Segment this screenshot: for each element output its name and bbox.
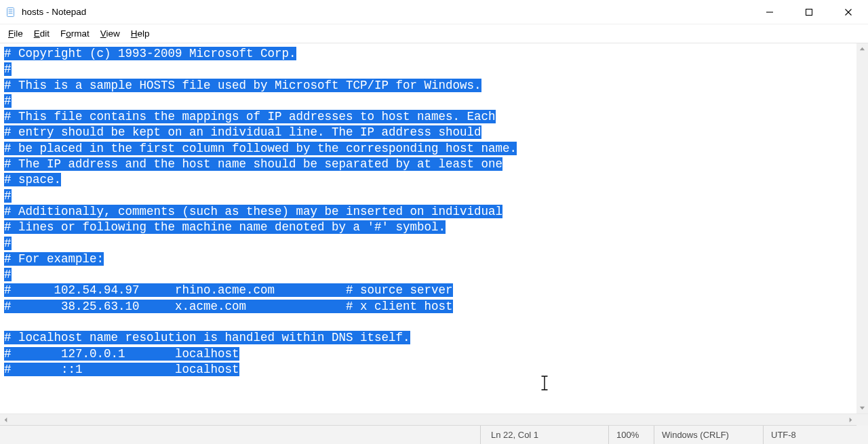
statusbar: Ln 22, Col 1 100% Windows (CRLF) UTF-8 — [0, 425, 868, 444]
window-title: hosts - Notepad — [22, 7, 86, 17]
horizontal-scrollbar[interactable] — [0, 413, 868, 425]
titlebar: hosts - Notepad — [0, 0, 868, 24]
text-line: # This is a sample HOSTS file used by Mi… — [4, 79, 481, 92]
text-line: # localhost name resolution is handled w… — [4, 331, 410, 344]
status-zoom: 100% — [609, 426, 654, 444]
text-line: # be placed in the first column followed… — [4, 142, 517, 155]
status-caret: Ln 22, Col 1 — [481, 426, 608, 444]
notepad-app-icon — [5, 7, 16, 18]
text-editor[interactable]: # Copyright (c) 1993-2009 Microsoft Corp… — [0, 43, 856, 413]
text-line: # entry should be kept on an individual … — [4, 125, 481, 139]
text-line: # space. — [4, 173, 61, 186]
text-line: # — [4, 189, 12, 203]
scroll-down-button[interactable] — [856, 402, 868, 413]
text-line: # Copyright (c) 1993-2009 Microsoft Corp… — [4, 47, 296, 60]
scrollbar-corner — [856, 414, 868, 426]
maximize-button[interactable] — [789, 0, 829, 24]
menu-view[interactable]: View — [95, 26, 125, 41]
scroll-left-button[interactable] — [0, 414, 12, 426]
text-line: # The IP address and the host name shoul… — [4, 157, 502, 171]
text-line: # 127.0.0.1 localhost — [4, 347, 239, 361]
menu-edit[interactable]: Edit — [28, 26, 55, 41]
editor-frame: # Copyright (c) 1993-2009 Microsoft Corp… — [0, 43, 868, 413]
minimize-button[interactable] — [750, 0, 789, 24]
menubar: File Edit Format View Help — [0, 24, 868, 43]
status-spacer — [0, 426, 480, 444]
text-line: # ::1 localhost — [4, 363, 239, 376]
text-line: # lines or following the machine name de… — [4, 220, 446, 234]
hscroll-track[interactable] — [12, 414, 845, 425]
text-line: # 102.54.94.97 rhino.acme.com # source s… — [4, 283, 453, 297]
menu-format[interactable]: Format — [55, 26, 95, 41]
menu-file[interactable]: File — [3, 26, 28, 41]
text-line: # — [4, 237, 12, 250]
status-eol: Windows (CRLF) — [654, 426, 763, 444]
svg-rect-5 — [806, 9, 812, 15]
vertical-scrollbar[interactable] — [856, 43, 868, 413]
text-line: # Additionally, comments (such as these)… — [4, 205, 502, 218]
svg-rect-0 — [7, 7, 14, 16]
status-encoding: UTF-8 — [764, 426, 868, 444]
scroll-right-button[interactable] — [845, 414, 856, 426]
text-line: # 38.25.63.10 x.acme.com # x client host — [4, 300, 453, 313]
text-line: # — [4, 62, 12, 76]
close-button[interactable] — [829, 0, 868, 24]
window-controls — [750, 0, 868, 24]
text-line: # — [4, 94, 12, 108]
text-line: # — [4, 268, 12, 281]
menu-help[interactable]: Help — [125, 26, 155, 41]
scroll-up-button[interactable] — [856, 43, 868, 55]
text-line: # This file contains the mappings of IP … — [4, 110, 496, 123]
text-line: # For example: — [4, 252, 104, 266]
